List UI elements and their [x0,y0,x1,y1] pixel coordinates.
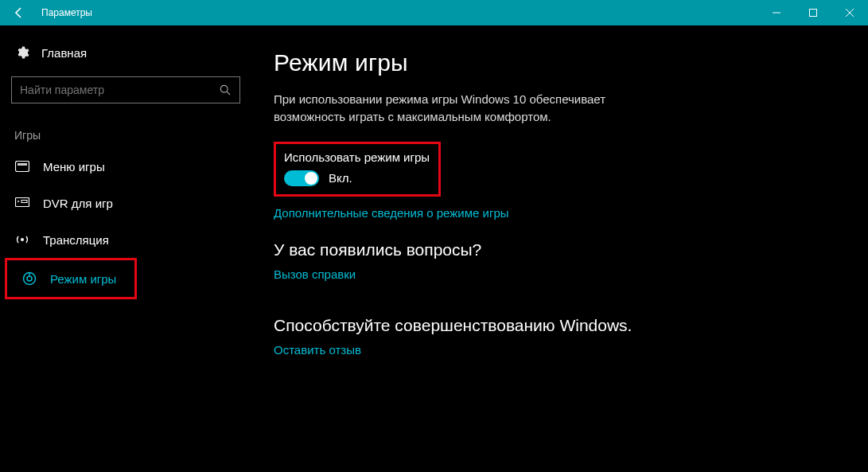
get-help-link[interactable]: Вызов справки [274,267,356,281]
game-mode-toggle-group: Использовать режим игры Вкл. [274,142,441,197]
content-area: Режим игры При использовании режима игры… [255,25,868,472]
search-input[interactable] [20,84,219,96]
toggle-state-label: Вкл. [329,171,352,185]
sidebar-item-game-bar[interactable]: Меню игры [0,148,255,185]
svg-rect-1 [810,10,817,17]
sidebar: Главная Игры Меню игры DVR для игр [0,25,255,472]
svg-rect-10 [21,201,27,203]
svg-point-4 [220,85,228,92]
svg-point-13 [27,276,32,281]
svg-rect-6 [16,162,29,172]
svg-line-5 [227,92,230,95]
window-title: Параметры [38,7,758,18]
back-button[interactable] [0,0,38,25]
minimize-button[interactable] [758,0,795,25]
sidebar-item-label: Меню игры [43,160,105,174]
game-bar-icon [14,158,30,174]
svg-point-9 [18,201,19,202]
close-button[interactable] [831,0,868,25]
search-icon [219,84,232,96]
close-icon [846,9,854,17]
toggle-label: Использовать режим игры [284,150,430,164]
page-title: Режим игры [274,49,868,76]
maximize-button[interactable] [795,0,831,25]
learn-more-link[interactable]: Дополнительные сведения о режиме игры [274,206,509,220]
game-mode-icon [21,271,37,287]
sidebar-item-broadcasting[interactable]: Трансляция [0,221,255,258]
dvr-icon [14,195,30,211]
questions-heading: У вас появились вопросы? [274,240,868,259]
svg-point-11 [21,238,24,241]
sidebar-item-game-dvr[interactable]: DVR для игр [0,185,255,221]
sidebar-item-label: DVR для игр [43,197,113,210]
window-controls [758,0,868,25]
home-label: Главная [41,46,87,60]
page-description: При использовании режима игры Windows 10… [274,91,656,126]
minimize-icon [773,9,780,17]
titlebar: Параметры [0,0,868,25]
gear-icon [14,45,30,60]
toggle-knob [305,172,317,185]
sidebar-item-label: Трансляция [43,233,109,247]
feedback-heading: Способствуйте совершенствованию Windows. [274,316,868,335]
sidebar-item-label: Режим игры [50,272,116,286]
sidebar-section-label: Игры [0,103,255,148]
arrow-left-icon [13,6,25,19]
game-mode-toggle[interactable] [284,170,319,186]
search-box[interactable] [11,76,240,103]
home-link[interactable]: Главная [0,45,255,72]
broadcast-icon [14,232,30,248]
svg-rect-7 [18,163,27,166]
sidebar-item-game-mode[interactable]: Режим игры [7,260,134,297]
maximize-icon [809,9,817,17]
leave-feedback-link[interactable]: Оставить отзыв [274,343,361,357]
